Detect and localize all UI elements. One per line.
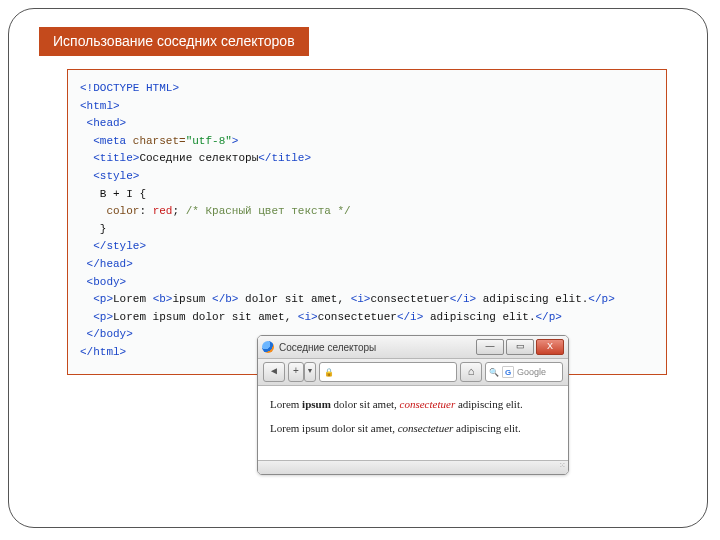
css-comment: /* Красный цвет текста */: [186, 205, 351, 217]
p1b: ipsum: [302, 398, 331, 410]
tag-html-open: <html>: [80, 100, 120, 112]
code-block: <!DOCTYPE HTML> <html> <head> <meta char…: [67, 69, 667, 375]
css-val: red: [153, 205, 173, 217]
tag-i1-close: </i>: [450, 293, 476, 305]
lock-icon: 🔒: [324, 368, 334, 377]
browser-window: Соседние селекторы — ▭ X ◄ + ▼ 🔒 ⌂ 🔍 G G…: [257, 335, 569, 475]
tag-i2-close: </i>: [397, 311, 423, 323]
doctype: <!DOCTYPE HTML>: [80, 82, 179, 94]
browser-statusbar: ⁙: [258, 460, 568, 474]
p1-text-e: adipiscing elit.: [476, 293, 588, 305]
google-icon: G: [502, 366, 514, 378]
p1e: adipiscing elit.: [455, 398, 523, 410]
tag-p1-close: </p>: [588, 293, 614, 305]
attr-charset: charset=: [126, 135, 185, 147]
home-button[interactable]: ⌂: [460, 362, 482, 382]
p1-text-b: ipsum: [172, 293, 212, 305]
tag-p2-close: </p>: [536, 311, 562, 323]
css-rule-close: }: [80, 221, 654, 239]
tag-i1-open: <i>: [351, 293, 371, 305]
tag-head-close: </head>: [87, 258, 133, 270]
p2b: consectetuer: [398, 422, 454, 434]
p2a: Lorem ipsum dolor sit amet,: [270, 422, 398, 434]
tag-style-close: </style>: [93, 240, 146, 252]
tag-body-close: </body>: [87, 328, 133, 340]
p1d: consectetuer: [400, 398, 456, 410]
p1-text-a: Lorem: [113, 293, 153, 305]
title-text: Соседние селекторы: [139, 152, 258, 164]
dropdown-button[interactable]: ▼: [304, 362, 316, 382]
slide-title: Использование соседних селекторов: [39, 27, 309, 56]
rendered-para-1: Lorem ipsum dolor sit amet, consectetuer…: [270, 398, 556, 410]
browser-tab-title: Соседние селекторы: [279, 342, 376, 353]
val-utf8: "utf-8": [186, 135, 232, 147]
p2-text-b: consectetuer: [318, 311, 397, 323]
rendered-para-2: Lorem ipsum dolor sit amet, consectetuer…: [270, 422, 556, 434]
address-bar[interactable]: 🔒: [319, 362, 457, 382]
p2c: adipiscing elit.: [453, 422, 521, 434]
tag-b-close: </b>: [212, 293, 238, 305]
p1a: Lorem: [270, 398, 302, 410]
search-placeholder: Google: [517, 367, 546, 377]
browser-titlebar: Соседние селекторы — ▭ X: [258, 336, 568, 359]
tag-html-close: </html>: [80, 346, 126, 358]
tag-style-open: <style>: [93, 170, 139, 182]
p1c: dolor sit amet,: [331, 398, 400, 410]
tag-title-open: <title>: [93, 152, 139, 164]
window-minimize-button[interactable]: —: [476, 339, 504, 355]
p1-text-c: dolor sit amet,: [238, 293, 350, 305]
tag-body-open: <body>: [87, 276, 127, 288]
tag-b-open: <b>: [153, 293, 173, 305]
slide-frame: Использование соседних селекторов <!DOCT…: [8, 8, 708, 528]
firefox-icon: [262, 341, 274, 353]
p2-text-a: Lorem ipsum dolor sit amet,: [113, 311, 298, 323]
css-selector: B + I {: [80, 186, 654, 204]
css-prop: color: [80, 205, 139, 217]
back-button[interactable]: ◄: [263, 362, 285, 382]
search-icon: 🔍: [489, 368, 499, 377]
tag-head-open: <head>: [87, 117, 127, 129]
tag-title-close: </title>: [258, 152, 311, 164]
window-close-button[interactable]: X: [536, 339, 564, 355]
tag-p2-open: <p>: [93, 311, 113, 323]
tag-meta-close: >: [232, 135, 239, 147]
css-colon: :: [139, 205, 152, 217]
tag-p1-open: <p>: [93, 293, 113, 305]
resize-grip-icon[interactable]: ⁙: [552, 461, 568, 474]
browser-viewport: Lorem ipsum dolor sit amet, consectetuer…: [258, 386, 568, 460]
new-tab-button[interactable]: +: [288, 362, 304, 382]
search-box[interactable]: 🔍 G Google: [485, 362, 563, 382]
p1-text-d: consectetuer: [370, 293, 449, 305]
tag-i2-open: <i>: [298, 311, 318, 323]
window-maximize-button[interactable]: ▭: [506, 339, 534, 355]
browser-toolbar: ◄ + ▼ 🔒 ⌂ 🔍 G Google: [258, 359, 568, 386]
css-semi: ;: [172, 205, 185, 217]
p2-text-c: adipiscing elit.: [423, 311, 535, 323]
tag-meta: <meta: [93, 135, 126, 147]
